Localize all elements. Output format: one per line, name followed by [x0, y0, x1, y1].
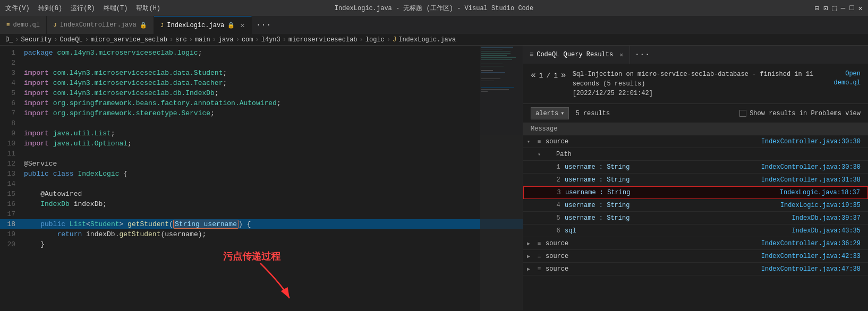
close-button[interactable]: ✕ — [858, 4, 863, 13]
result-row-5[interactable]: 5 username : String IndexDb.java:39:37 — [523, 212, 868, 224]
tab-index-controller[interactable]: J IndexController.java 🔒 — [47, 16, 154, 34]
tab-overflow-button[interactable]: ··· — [252, 16, 276, 34]
expand-num-4: 4 — [553, 202, 564, 209]
row-link-4[interactable]: IndexLogic.java:19:35 — [780, 202, 868, 209]
row-link-2[interactable]: IndexController.java:31:38 — [761, 176, 868, 184]
filter-bar: alerts ▾ 5 results Show results in Probl… — [523, 104, 868, 123]
svg-rect-1 — [481, 47, 513, 48]
row-link-1[interactable]: IndexController.java:30:30 — [761, 163, 868, 171]
alerts-dropdown[interactable]: alerts ▾ — [531, 107, 569, 119]
layout-icon[interactable]: ⊟ — [814, 4, 819, 13]
expand-icon-path[interactable]: ▾ — [534, 151, 544, 158]
result-row-source-1[interactable]: ▾ ≡ source IndexController.java:30:30 — [523, 135, 868, 148]
breadcrumb-java[interactable]: java — [218, 36, 234, 44]
expand-icon-1[interactable]: ▾ — [523, 139, 534, 145]
row-label-source-1: source — [544, 138, 761, 145]
menu-help[interactable]: 帮助(H) — [136, 4, 160, 13]
query-info-text: Sql-Injection on micro-service-seclab-da… — [573, 70, 828, 98]
breadcrumb-microserviceseclab[interactable]: microserviceseclab — [288, 36, 358, 44]
breadcrumb-project[interactable]: micro_service_seclab — [91, 36, 167, 44]
expand-icon-s4[interactable]: ▶ — [523, 266, 534, 272]
nav-prev-button[interactable]: « — [531, 71, 536, 80]
svg-rect-8 — [481, 64, 503, 64]
row-link-source-1[interactable]: IndexController.java:30:30 — [761, 138, 868, 145]
tab-lock-logic: 🔒 — [227, 22, 235, 29]
breadcrumb-com[interactable]: com — [242, 36, 253, 44]
layout2-icon[interactable]: ⊡ — [823, 4, 828, 13]
tab-label-controller: IndexController.java — [60, 21, 137, 29]
tab-demo-ql[interactable]: ≡ demo.ql — [0, 16, 47, 34]
row-link-3[interactable]: IndexLogic.java:18:37 — [780, 189, 867, 196]
line-6: 6 import org.springframework.beans.facto… — [0, 98, 523, 108]
line-7: 7 import org.springframework.stereotype.… — [0, 108, 523, 118]
show-problems-checkbox[interactable] — [739, 110, 746, 117]
nav-current-page: 1 — [539, 72, 543, 80]
row-link-6[interactable]: IndexDb.java:43:35 — [792, 227, 868, 235]
panel-tab-codeql[interactable]: ≡ CodeQL Query Results ✕ — [523, 46, 630, 64]
breadcrumb-src[interactable]: src — [175, 36, 187, 44]
menu-bar[interactable]: 文件(V) 转到(G) 运行(R) 终端(T) 帮助(H) — [5, 4, 160, 13]
row-link-source-2[interactable]: IndexController.java:36:29 — [761, 240, 868, 247]
tab-label-logic: IndexLogic.java — [167, 22, 224, 29]
line-9: 9 import java.util.List; — [0, 128, 523, 139]
annotation-text: 污点传递过程 — [223, 250, 280, 263]
tab-lock-controller: 🔒 — [140, 22, 147, 29]
menu-file[interactable]: 文件(V) — [5, 4, 30, 13]
result-row-4[interactable]: 4 username : String IndexLogic.java:19:3… — [523, 199, 868, 212]
tab-bar: ≡ demo.ql J IndexController.java 🔒 J Ind… — [0, 16, 868, 34]
menu-terminal[interactable]: 终端(T) — [104, 4, 128, 13]
result-row-6[interactable]: 6 sql IndexDb.java:43:35 — [523, 224, 868, 237]
breadcrumb-security[interactable]: Security — [21, 36, 52, 44]
line-11: 11 — [0, 149, 523, 159]
svg-rect-16 — [481, 91, 488, 92]
panel-tab-close[interactable]: ✕ — [619, 51, 623, 59]
breadcrumb-file[interactable]: J — [393, 36, 396, 44]
show-problems-toggle[interactable]: Show results in Problems view — [739, 110, 861, 117]
line-16: 16 IndexDb indexDb; — [0, 199, 523, 209]
menu-goto[interactable]: 转到(G) — [38, 4, 63, 13]
breadcrumb-main[interactable]: main — [195, 36, 210, 44]
menu-run[interactable]: 运行(R) — [71, 4, 95, 13]
breadcrumb-filename[interactable]: IndexLogic.java — [398, 36, 456, 44]
svg-rect-3 — [481, 51, 510, 51]
tab-close-logic[interactable]: ✕ — [240, 21, 244, 30]
expand-icon-s3[interactable]: ▶ — [523, 253, 534, 260]
line-20: 20 } — [0, 239, 523, 249]
result-row-2[interactable]: 2 username : String IndexController.java… — [523, 174, 868, 186]
minimize-button[interactable]: — — [841, 4, 845, 13]
svg-rect-9 — [481, 66, 504, 66]
expand-num-6: 6 — [553, 227, 564, 235]
query-navigation: « 1 / 1 » — [531, 71, 566, 80]
nav-next-button[interactable]: » — [561, 71, 566, 80]
line-18: 18 public List<Student> getStudent(Strin… — [0, 219, 523, 229]
svg-rect-2 — [481, 49, 503, 49]
maximize-button[interactable]: □ — [849, 4, 854, 13]
result-row-3[interactable]: 3 username : String IndexLogic.java:18:3… — [523, 186, 868, 199]
row-link-source-3[interactable]: IndexController.java:42:33 — [761, 253, 868, 260]
panel-tab-label: CodeQL Query Results — [537, 51, 613, 58]
breadcrumb-logic[interactable]: logic — [365, 36, 385, 44]
nav-total-pages: 1 — [554, 72, 558, 80]
svg-rect-13 — [481, 81, 494, 81]
row-link-5[interactable]: IndexDb.java:39:37 — [792, 214, 868, 222]
query-title: Sql-Injection on micro-service-seclab-da… — [573, 71, 814, 88]
row-link-source-4[interactable]: IndexController.java:47:38 — [761, 265, 868, 273]
window-controls[interactable]: ⊟ ⊡ ⬚ — □ ✕ — [814, 4, 863, 13]
panel-tab-overflow[interactable]: ··· — [630, 50, 654, 59]
layout3-icon[interactable]: ⬚ — [832, 4, 836, 13]
result-row-source-2[interactable]: ▶ ≡ source IndexController.java:36:29 — [523, 237, 868, 250]
breadcrumb-codeql[interactable]: CodeQL — [59, 36, 82, 44]
open-demo-ql-button[interactable]: Opendemo.ql — [834, 70, 861, 88]
result-row-source-3[interactable]: ▶ ≡ source IndexController.java:42:33 — [523, 250, 868, 263]
result-row-source-4[interactable]: ▶ ≡ source IndexController.java:47:38 — [523, 263, 868, 275]
result-row-path[interactable]: ▾ Path — [523, 148, 868, 161]
line-13: 13 public class IndexLogic { — [0, 169, 523, 179]
tab-index-logic[interactable]: J IndexLogic.java 🔒 ✕ — [154, 16, 252, 34]
editor[interactable]: 1 package com.l4yn3.microserviceseclab.l… — [0, 46, 523, 310]
expand-icon-s2[interactable]: ▶ — [523, 240, 534, 247]
breadcrumb-d[interactable]: D_ — [5, 36, 13, 44]
result-row-1[interactable]: 1 username : String IndexController.java… — [523, 161, 868, 174]
breadcrumb-l4yn3[interactable]: l4yn3 — [261, 36, 280, 44]
row-icon-s2: ≡ — [534, 240, 544, 247]
results-table[interactable]: ▾ ≡ source IndexController.java:30:30 ▾ … — [523, 135, 868, 310]
